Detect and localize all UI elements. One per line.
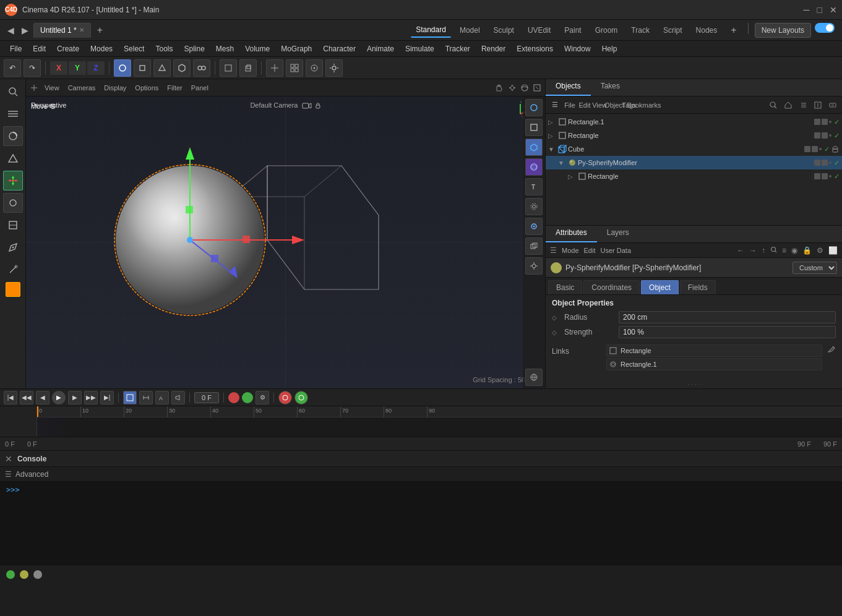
layout-paint[interactable]: Paint bbox=[559, 23, 586, 38]
layout-model[interactable]: Model bbox=[455, 23, 485, 38]
menu-tracker[interactable]: Tracker bbox=[440, 43, 475, 54]
attr-mode-menu[interactable]: Mode bbox=[560, 246, 581, 255]
attr-settings-icon[interactable]: ⚙ bbox=[815, 246, 825, 255]
scale-tool[interactable] bbox=[3, 193, 23, 213]
filter-menu[interactable]: Filter bbox=[165, 83, 184, 93]
tab-add-btn[interactable]: + bbox=[93, 25, 106, 36]
console-close-btn[interactable]: ✕ bbox=[5, 454, 12, 464]
hand-tool[interactable] bbox=[494, 83, 504, 92]
new-layouts-btn[interactable]: New Layouts bbox=[755, 23, 811, 38]
color-swatch[interactable] bbox=[6, 282, 20, 297]
axis-x-btn[interactable]: X bbox=[50, 61, 67, 75]
console-hamburger[interactable]: ☰ bbox=[5, 470, 12, 479]
snap-btn[interactable] bbox=[266, 59, 283, 77]
tl-select-mode[interactable] bbox=[123, 391, 137, 404]
obj-bookmarks-menu[interactable]: Bookmarks bbox=[637, 98, 651, 112]
spline-tool-btn[interactable] bbox=[220, 59, 237, 77]
tl-frame-input[interactable] bbox=[194, 392, 219, 403]
layout-nodes[interactable]: Nodes bbox=[691, 23, 723, 38]
zoom-tool[interactable] bbox=[508, 83, 517, 92]
panel-menu[interactable]: Panel bbox=[189, 83, 211, 93]
obj-list-icon[interactable] bbox=[796, 98, 810, 112]
attr-edit-menu[interactable]: Edit bbox=[582, 246, 598, 255]
triangle-tool[interactable] bbox=[3, 148, 23, 168]
close-btn[interactable]: ✕ bbox=[830, 5, 837, 15]
display-menu[interactable]: Display bbox=[101, 83, 129, 93]
menu-window[interactable]: Window bbox=[559, 43, 596, 54]
layout-sculpt[interactable]: Sculpt bbox=[489, 23, 519, 38]
vp-gear-icon[interactable] bbox=[525, 198, 543, 215]
menu-mesh[interactable]: Mesh bbox=[211, 43, 239, 54]
obj-row-rectangle[interactable]: ▷ Rectangle ✓ bbox=[546, 129, 842, 142]
menu-help[interactable]: Help bbox=[597, 43, 622, 54]
tab-forward-btn[interactable]: ▶ bbox=[19, 24, 31, 36]
viewport-3d[interactable]: Perspective Move ⊕ Default Camera X Y Z bbox=[26, 96, 545, 388]
cameras-menu[interactable]: Cameras bbox=[66, 83, 98, 93]
vp-magnet-icon[interactable] bbox=[525, 218, 543, 235]
attr-expand2-icon[interactable]: ⬜ bbox=[827, 246, 840, 255]
maximize-btn[interactable]: □ bbox=[817, 5, 822, 15]
options-menu[interactable]: Options bbox=[132, 83, 161, 93]
status-gray-dot[interactable] bbox=[33, 570, 42, 579]
minimize-btn[interactable]: ─ bbox=[804, 5, 810, 15]
vp-cube2-icon[interactable] bbox=[525, 237, 543, 255]
redo-btn[interactable]: ↷ bbox=[24, 59, 41, 77]
menu-animate[interactable]: Animate bbox=[362, 43, 399, 54]
menu-modes[interactable]: Modes bbox=[85, 43, 118, 54]
undo-btn[interactable]: ↶ bbox=[4, 59, 21, 77]
obj-expand-icon[interactable] bbox=[811, 98, 825, 112]
attr-object-tab[interactable]: Object bbox=[641, 280, 679, 294]
obj-object-menu[interactable]: Object bbox=[608, 98, 621, 112]
orbit-tool[interactable] bbox=[520, 83, 529, 92]
reset-tool[interactable] bbox=[533, 83, 541, 92]
attr-fields-tab[interactable]: Fields bbox=[680, 280, 716, 294]
select-mode-btn[interactable] bbox=[114, 59, 131, 77]
tl-playhead[interactable] bbox=[37, 406, 38, 417]
tl-auto-btn[interactable] bbox=[242, 392, 253, 403]
attr-coords-tab[interactable]: Coordinates bbox=[583, 280, 640, 294]
vp-sphere-btn[interactable] bbox=[525, 158, 543, 176]
layout-script[interactable]: Script bbox=[658, 23, 687, 38]
attr-radius-input[interactable] bbox=[619, 311, 836, 323]
tab-objects[interactable]: Objects bbox=[546, 79, 591, 96]
tab-back-btn[interactable]: ◀ bbox=[5, 24, 17, 36]
vp-settings2-icon[interactable] bbox=[525, 257, 543, 275]
status-yellow-dot[interactable] bbox=[20, 570, 28, 579]
window-controls[interactable]: ─ □ ✕ bbox=[804, 5, 837, 15]
menu-hamburger[interactable]: ☰ bbox=[548, 98, 562, 112]
tl-key-end[interactable]: ▶| bbox=[100, 391, 114, 404]
layout-add-btn[interactable]: + bbox=[726, 23, 741, 38]
vp-cube-icon[interactable] bbox=[525, 139, 543, 156]
attr-lock2-icon[interactable]: 🔒 bbox=[801, 246, 814, 255]
status-green-dot[interactable] bbox=[6, 570, 15, 579]
brush-tool[interactable] bbox=[3, 260, 23, 280]
attr-dropdown[interactable]: Custom bbox=[793, 262, 837, 274]
pen-tool[interactable] bbox=[3, 237, 23, 257]
obj-search-icon[interactable] bbox=[767, 98, 780, 112]
axis-y-btn[interactable]: Y bbox=[69, 61, 86, 75]
attr-list-icon[interactable]: ≡ bbox=[780, 246, 788, 255]
grid-btn[interactable] bbox=[286, 59, 303, 77]
settings-btn[interactable] bbox=[325, 59, 343, 77]
tl-loop-btn[interactable] bbox=[278, 391, 292, 404]
frame-tool[interactable] bbox=[3, 215, 23, 235]
layout-uvedit[interactable]: UVEdit bbox=[523, 23, 556, 38]
attr-up-icon[interactable]: ↑ bbox=[760, 246, 767, 255]
object-mode-btn[interactable] bbox=[134, 59, 151, 77]
attr-basic-tab[interactable]: Basic bbox=[548, 280, 582, 294]
move-tool[interactable] bbox=[3, 171, 23, 190]
attr-search-icon[interactable] bbox=[768, 246, 779, 255]
attr-hamburger[interactable]: ☰ bbox=[548, 246, 559, 255]
attr-strength-input[interactable] bbox=[619, 326, 836, 338]
layout-toggle[interactable] bbox=[815, 23, 835, 33]
tl-range-btn[interactable] bbox=[139, 391, 153, 404]
obj-settings-icon[interactable] bbox=[826, 98, 840, 112]
tl-track-area[interactable] bbox=[37, 417, 842, 437]
vp-text-icon[interactable]: T bbox=[525, 178, 543, 195]
menu-file[interactable]: File bbox=[5, 43, 27, 54]
layout-track[interactable]: Track bbox=[626, 23, 655, 38]
tab-close-btn[interactable]: ✕ bbox=[79, 27, 84, 33]
menu-edit[interactable]: Edit bbox=[28, 43, 51, 54]
tl-sound-btn[interactable] bbox=[171, 391, 185, 404]
search-tool[interactable] bbox=[3, 82, 23, 101]
